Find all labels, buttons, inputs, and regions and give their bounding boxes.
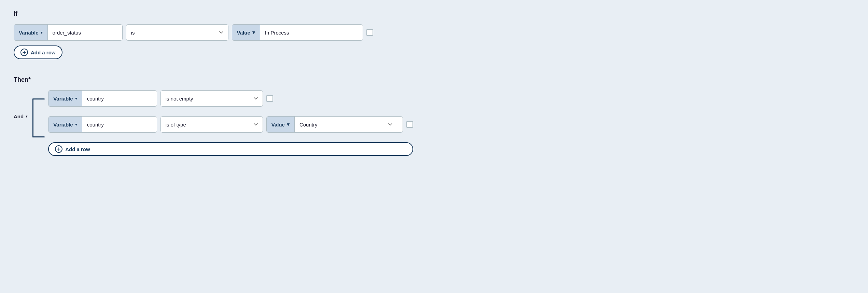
then-row2-value-select[interactable]: Country String Number Boolean Date	[295, 117, 397, 132]
if-row-1: Variable ▾ is is not is empty is not emp…	[14, 24, 854, 41]
if-variable-input[interactable]	[48, 25, 122, 40]
then-bracket-line	[32, 90, 45, 156]
then-row2-variable-type-selector[interactable]: Variable ▾	[48, 117, 82, 132]
then-row2-value-group[interactable]: Value ▾ Country String Number Boolean Da…	[266, 116, 403, 133]
then-rows-container: Variable ▾ is is not is empty is not emp…	[48, 90, 413, 156]
if-variable-group[interactable]: Variable ▾	[14, 24, 123, 41]
then-row2-checkbox[interactable]	[406, 121, 413, 128]
then-row2-variable-type-chevron: ▾	[75, 122, 77, 127]
then-row1-variable-group[interactable]: Variable ▾	[48, 90, 157, 107]
if-section: If Variable ▾ is is not is empty is not …	[14, 10, 854, 59]
if-value-type-chevron: ▾	[252, 29, 255, 36]
then-row1-condition-select[interactable]: is is not is empty is not empty contains…	[160, 90, 263, 107]
if-value-input[interactable]	[260, 25, 363, 40]
then-add-row-plus-icon: +	[55, 145, 62, 153]
if-value-group[interactable]: Value ▾	[232, 24, 363, 41]
then-row2-value-type-label: Value	[271, 122, 285, 128]
if-condition-select[interactable]: is is not is empty is not empty contains	[126, 24, 228, 41]
and-chevron[interactable]: ▾	[26, 114, 28, 119]
then-row1-checkbox[interactable]	[266, 95, 273, 102]
then-section: Then* And ▾	[14, 76, 854, 156]
then-add-row-button[interactable]: + Add a row	[48, 142, 413, 156]
then-row2-value-type-selector[interactable]: Value ▾	[267, 117, 295, 132]
then-row1-variable-type-chevron: ▾	[75, 96, 77, 101]
then-row1-variable-input[interactable]	[82, 91, 157, 106]
then-row2-variable-group[interactable]: Variable ▾	[48, 116, 157, 133]
then-row-2: Variable ▾ is is not is empty is not emp…	[48, 116, 413, 133]
if-variable-type-chevron: ▾	[41, 30, 43, 35]
then-row-1: Variable ▾ is is not is empty is not emp…	[48, 90, 413, 107]
if-value-type-selector[interactable]: Value ▾	[232, 25, 260, 40]
then-row2-condition-select[interactable]: is is not is empty is not empty contains…	[160, 116, 263, 133]
if-add-row-label: Add a row	[31, 50, 56, 55]
then-row1-variable-type-label: Variable	[53, 96, 73, 102]
and-label: And	[14, 114, 24, 119]
if-variable-type-selector[interactable]: Variable ▾	[14, 25, 48, 40]
if-value-type-label: Value	[237, 30, 250, 36]
then-row2-variable-type-label: Variable	[53, 122, 73, 128]
if-label: If	[14, 10, 854, 17]
then-add-row-label: Add a row	[65, 146, 90, 152]
if-add-row-button[interactable]: + Add a row	[14, 45, 62, 59]
then-row1-variable-type-selector[interactable]: Variable ▾	[48, 91, 82, 106]
then-bracket-container: Variable ▾ is is not is empty is not emp…	[32, 90, 413, 156]
if-row-checkbox[interactable]	[366, 29, 373, 36]
then-label: Then*	[14, 76, 854, 83]
if-variable-type-label: Variable	[19, 30, 39, 36]
then-row2-value-type-chevron: ▾	[287, 121, 290, 128]
and-connector-group: And ▾	[14, 90, 28, 119]
then-row2-variable-input[interactable]	[82, 117, 157, 132]
if-add-row-plus-icon: +	[20, 49, 28, 56]
